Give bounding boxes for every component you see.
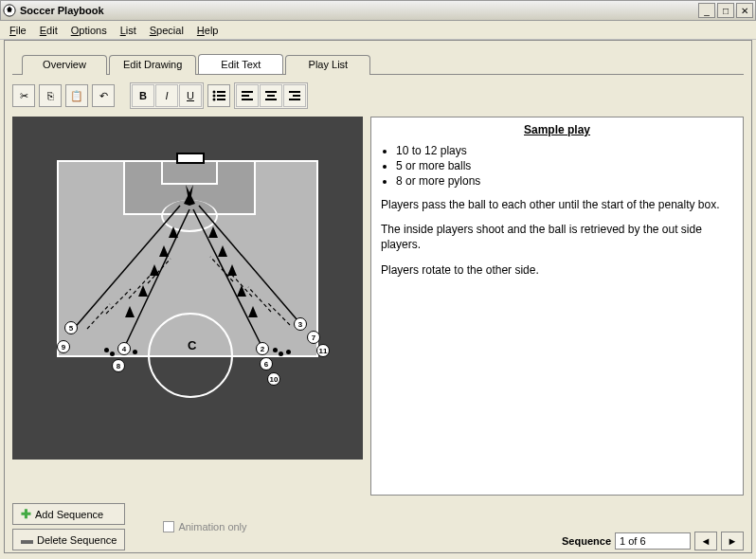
title-bar: Soccer Playbook _ □ ✕	[0, 0, 756, 21]
svg-point-6	[213, 99, 216, 101]
cone	[208, 226, 218, 238]
tab-edit-drawing[interactable]: Edit Drawing	[109, 55, 196, 75]
align-left-button[interactable]	[236, 84, 259, 107]
cone	[218, 245, 227, 257]
center-circle	[148, 313, 233, 398]
menu-file[interactable]: File	[4, 23, 32, 38]
player-9: 9	[57, 340, 70, 353]
ball	[104, 348, 109, 352]
player-2: 2	[256, 342, 269, 355]
cone	[227, 264, 237, 276]
ball	[279, 352, 283, 356]
sequence-field[interactable]: 1 of 6	[615, 532, 691, 550]
cone	[138, 285, 148, 297]
minus-icon: ▬	[21, 532, 33, 547]
menu-list[interactable]: List	[115, 23, 142, 38]
text-editor[interactable]: Sample play 10 to 12 plays5 or more ball…	[370, 117, 744, 496]
goal	[176, 153, 205, 164]
svg-rect-9	[242, 95, 249, 97]
cone	[237, 285, 246, 297]
text-title: Sample play	[381, 123, 733, 136]
cone	[159, 245, 169, 257]
delete-sequence-button[interactable]: ▬ Delete Sequence	[12, 529, 125, 550]
text-bullet: 10 to 12 plays	[396, 144, 733, 157]
align-center-button[interactable]	[260, 84, 282, 107]
sequence-label: Sequence	[562, 535, 611, 547]
tab-play-list[interactable]: Play List	[285, 55, 370, 75]
close-button[interactable]: ✕	[736, 3, 753, 18]
window-title: Soccer Playbook	[20, 5, 698, 16]
underline-button[interactable]: U	[179, 84, 202, 107]
svg-rect-10	[242, 99, 253, 100]
text-bullets: 10 to 12 plays5 or more balls8 or more p…	[396, 144, 733, 188]
svg-rect-14	[289, 91, 300, 93]
player-5: 5	[64, 321, 78, 334]
app-icon	[3, 4, 16, 17]
paste-button[interactable]: 📋	[65, 84, 88, 107]
goal-box	[161, 162, 218, 185]
sequence-next-button[interactable]: ►	[721, 532, 744, 550]
menu-special[interactable]: Special	[144, 23, 189, 38]
text-paragraph: Players pass the ball to each other unti…	[381, 197, 733, 212]
svg-point-2	[213, 91, 216, 94]
arrow-right-icon: ►	[728, 535, 738, 547]
scissors-icon: ✂	[20, 90, 28, 102]
player-10: 10	[267, 372, 280, 386]
drawing-canvas[interactable]: C 594837112610	[12, 117, 363, 460]
align-left-icon	[241, 89, 254, 102]
center-label: C	[188, 338, 196, 352]
add-sequence-button[interactable]: ✚ Add Sequence	[12, 503, 125, 525]
svg-point-4	[213, 95, 216, 98]
copy-button[interactable]: ⎘	[39, 84, 62, 107]
align-right-icon	[288, 89, 301, 102]
ball	[110, 352, 115, 356]
menu-options[interactable]: Options	[65, 23, 113, 38]
menu-edit[interactable]: Edit	[34, 23, 63, 38]
player-7: 7	[307, 331, 320, 344]
field: C 594837112610	[57, 160, 318, 357]
align-right-button[interactable]	[283, 84, 306, 107]
menu-bar: File Edit Options List Special Help	[0, 21, 756, 40]
bold-button[interactable]: B	[132, 84, 154, 107]
tab-edit-text[interactable]: Edit Text	[198, 54, 283, 74]
animation-only-label: Animation only	[178, 521, 246, 532]
cone	[150, 264, 159, 276]
svg-rect-3	[217, 91, 225, 93]
svg-rect-16	[289, 99, 300, 100]
cone	[125, 306, 135, 317]
svg-rect-15	[293, 95, 300, 97]
ball	[133, 350, 137, 354]
svg-rect-12	[267, 95, 275, 97]
menu-help[interactable]: Help	[191, 23, 225, 38]
undo-icon: ↶	[99, 90, 108, 102]
arrow-left-icon: ◄	[701, 535, 711, 547]
svg-rect-13	[265, 99, 277, 100]
sequence-prev-button[interactable]: ◄	[694, 532, 717, 550]
player-3: 3	[294, 317, 307, 331]
cone	[248, 306, 258, 317]
text-bullet: 5 or more balls	[396, 159, 733, 172]
svg-rect-8	[242, 91, 253, 93]
list-icon	[212, 89, 225, 102]
player-6: 6	[260, 357, 273, 370]
cut-button[interactable]: ✂	[12, 84, 35, 107]
text-bullet: 8 or more pylons	[396, 174, 733, 188]
minimize-button[interactable]: _	[698, 3, 715, 18]
svg-rect-11	[265, 91, 277, 93]
undo-button[interactable]: ↶	[92, 84, 115, 107]
align-center-icon	[264, 89, 278, 102]
bullets-button[interactable]	[207, 84, 230, 107]
copy-icon: ⎘	[47, 90, 54, 101]
cone	[169, 226, 178, 238]
toolbar: ✂ ⎘ 📋 ↶ B I U	[12, 82, 744, 109]
maximize-button[interactable]: □	[717, 3, 734, 18]
player-11: 11	[316, 344, 330, 357]
italic-button[interactable]: I	[155, 84, 178, 107]
player-8: 8	[112, 359, 125, 372]
player-4: 4	[117, 342, 131, 355]
svg-rect-7	[217, 99, 225, 100]
tab-row: Overview Edit Drawing Edit Text Play Lis…	[12, 48, 744, 74]
tab-overview[interactable]: Overview	[22, 55, 107, 75]
animation-only-checkbox[interactable]	[163, 521, 174, 532]
clipboard-icon: 📋	[70, 90, 83, 102]
